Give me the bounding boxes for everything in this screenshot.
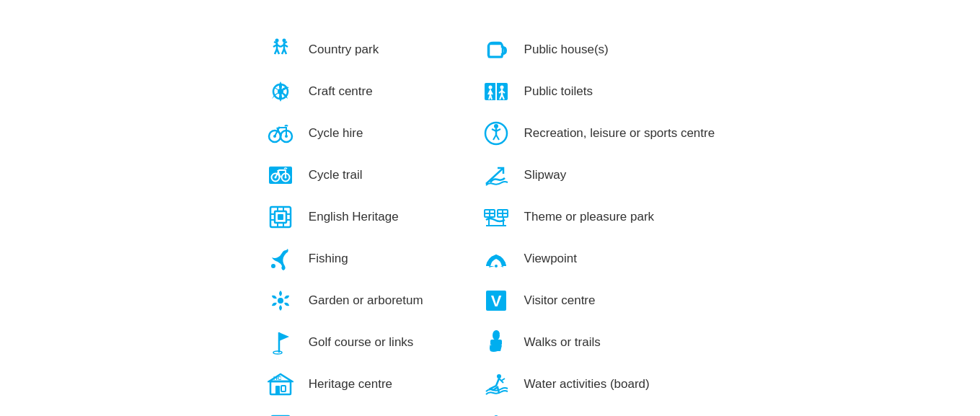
english-heritage-icon: [265, 202, 296, 232]
svg-point-38: [278, 298, 283, 304]
cycle-hire-label: Cycle hire: [309, 126, 363, 141]
svg-point-0: [275, 39, 278, 43]
walks-trails-label: Walks or trails: [524, 335, 601, 350]
list-item: Craft centre: [265, 71, 423, 112]
visitor-centre-label: Visitor centre: [524, 293, 596, 308]
water-board-label: Water activities (board): [524, 377, 650, 391]
list-item: Fishing: [265, 238, 423, 280]
fishing-icon: [265, 244, 296, 274]
golf-course-label: Golf course or links: [309, 335, 414, 350]
svg-point-56: [500, 86, 503, 89]
list-item: Walks or trails: [481, 322, 715, 363]
list-item: Public toilets: [481, 71, 715, 112]
viewpoint-label: Viewpoint: [524, 252, 577, 266]
svg-line-67: [493, 135, 496, 140]
theme-park-label: Theme or pleasure park: [524, 210, 654, 224]
list-item: Theme or pleasure park: [481, 196, 715, 238]
legend-container: Country park Craft centre: [222, 0, 758, 416]
list-item: Cycle trail: [265, 154, 423, 196]
public-toilets-icon: [481, 76, 511, 107]
svg-line-68: [496, 135, 499, 140]
heritage-centre-icon: HC: [265, 369, 296, 399]
list-item: Water activities (board): [481, 363, 715, 405]
golf-course-icon: [265, 327, 296, 358]
craft-centre-icon: [265, 76, 296, 107]
cycle-trail-icon: [265, 160, 296, 190]
list-item: Country park: [265, 29, 423, 71]
svg-rect-50: [488, 44, 503, 57]
recreation-centre-icon: [481, 118, 511, 149]
recreation-centre-label: Recreation, leisure or sports centre: [524, 126, 715, 141]
list-item: English Heritage: [265, 196, 423, 238]
list-item: Viewpoint: [481, 238, 715, 280]
visitor-centre-icon: V: [481, 286, 511, 316]
list-item: Historic Scotland: [265, 405, 423, 416]
list-item: HC Heritage centre: [265, 363, 423, 405]
list-item: Water activities (paddle): [481, 405, 715, 416]
cycle-hire-icon: [265, 118, 296, 149]
svg-rect-28: [278, 214, 283, 220]
english-heritage-label: English Heritage: [309, 210, 399, 224]
svg-point-63: [494, 124, 498, 128]
public-house-icon: [481, 35, 511, 65]
public-toilets-label: Public toilets: [524, 84, 593, 99]
slipway-icon: [481, 160, 511, 190]
svg-text:HC: HC: [273, 375, 282, 381]
country-park-icon: [265, 35, 296, 65]
svg-line-11: [284, 49, 286, 54]
list-item: Slipway: [481, 154, 715, 196]
svg-point-6: [282, 39, 286, 43]
svg-rect-42: [275, 386, 280, 394]
legend-column-left: Country park Craft centre: [265, 29, 423, 416]
svg-text:V: V: [490, 292, 501, 310]
slipway-label: Slipway: [524, 168, 567, 182]
list-item: V Visitor centre: [481, 280, 715, 322]
garden-arboretum-label: Garden or arboretum: [309, 293, 423, 308]
svg-point-20: [278, 127, 280, 129]
viewpoint-icon: [481, 244, 511, 274]
country-park-label: Country park: [309, 43, 379, 57]
cycle-trail-label: Cycle trail: [309, 168, 363, 182]
svg-point-83: [497, 374, 501, 379]
walks-trails-icon: [481, 327, 511, 358]
svg-line-5: [277, 49, 279, 54]
historic-scotland-icon: [265, 411, 296, 416]
svg-point-40: [273, 351, 282, 354]
svg-rect-43: [281, 386, 286, 391]
heritage-centre-label: Heritage centre: [309, 377, 392, 391]
list-item: Public house(s): [481, 29, 715, 71]
svg-rect-82: [490, 340, 502, 345]
list-item: Golf course or links: [265, 322, 423, 363]
list-item: Recreation, leisure or sports centre: [481, 112, 715, 154]
public-house-label: Public house(s): [524, 43, 609, 57]
theme-park-icon: [481, 202, 511, 232]
svg-point-37: [271, 264, 275, 268]
craft-centre-label: Craft centre: [309, 84, 373, 99]
legend-column-right: Public house(s): [481, 29, 715, 416]
list-item: Cycle hire: [265, 112, 423, 154]
svg-line-85: [501, 379, 505, 381]
water-paddle-icon: [481, 411, 511, 416]
svg-point-53: [488, 86, 492, 89]
garden-arboretum-icon: [265, 286, 296, 316]
water-board-icon: [481, 369, 511, 399]
svg-point-78: [495, 265, 498, 267]
fishing-label: Fishing: [309, 252, 348, 266]
list-item: Garden or arboretum: [265, 280, 423, 322]
